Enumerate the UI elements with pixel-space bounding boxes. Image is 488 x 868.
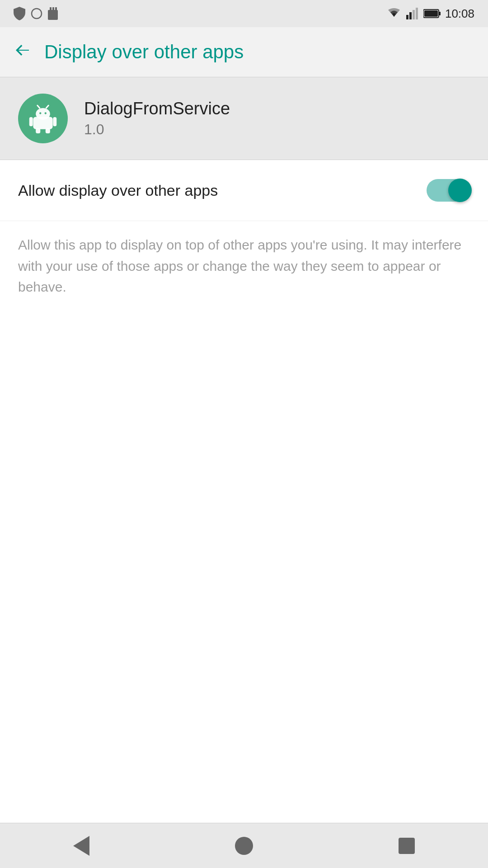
svg-rect-19 <box>53 117 56 126</box>
svg-line-16 <box>38 105 40 108</box>
shield-icon <box>14 7 25 20</box>
svg-rect-8 <box>416 8 418 19</box>
battery-icon <box>423 9 441 19</box>
svg-rect-11 <box>424 10 438 17</box>
app-info-card: DialogFromService 1.0 <box>0 77 488 160</box>
app-name: DialogFromService <box>84 99 230 118</box>
svg-line-17 <box>46 105 48 108</box>
back-button[interactable] <box>14 42 32 63</box>
svg-point-15 <box>45 112 47 114</box>
app-icon <box>18 94 68 143</box>
status-bar-left <box>14 7 58 20</box>
svg-rect-6 <box>409 12 412 19</box>
svg-rect-1 <box>48 10 58 20</box>
toggle-thumb <box>448 179 472 202</box>
wifi-icon <box>386 8 402 19</box>
sd-card-icon <box>48 7 58 20</box>
page-title: Display over other apps <box>44 41 244 63</box>
svg-rect-20 <box>36 128 40 134</box>
svg-rect-21 <box>46 128 50 134</box>
app-info-text: DialogFromService 1.0 <box>84 99 230 138</box>
svg-rect-4 <box>55 7 57 10</box>
toggle-row: Allow display over other apps <box>0 160 488 221</box>
svg-rect-5 <box>406 15 408 19</box>
svg-rect-18 <box>29 117 33 126</box>
nav-bar <box>0 823 488 868</box>
android-robot-icon <box>27 102 59 135</box>
signal-icon <box>406 8 419 19</box>
home-nav-icon <box>235 837 253 855</box>
svg-point-0 <box>32 9 42 19</box>
settings-content: Allow display over other apps Allow this… <box>0 160 488 823</box>
status-bar: 10:08 <box>0 0 488 27</box>
permission-description: Allow this app to display on top of othe… <box>0 221 488 316</box>
status-bar-right: 10:08 <box>386 7 474 21</box>
nav-home-button[interactable] <box>226 832 262 859</box>
back-nav-icon <box>73 836 89 856</box>
svg-rect-10 <box>439 12 441 15</box>
nav-back-button[interactable] <box>63 832 99 859</box>
svg-point-13 <box>36 108 50 120</box>
svg-rect-3 <box>52 7 54 11</box>
svg-rect-2 <box>50 7 52 12</box>
app-version: 1.0 <box>84 121 230 138</box>
toggle-label: Allow display over other apps <box>18 182 218 199</box>
recent-nav-icon <box>399 838 415 854</box>
svg-point-14 <box>39 112 41 114</box>
app-bar: Display over other apps <box>0 27 488 77</box>
status-time: 10:08 <box>445 7 474 21</box>
circle-icon <box>31 8 42 19</box>
svg-rect-7 <box>413 10 415 19</box>
allow-display-toggle[interactable] <box>427 179 470 202</box>
nav-recent-button[interactable] <box>389 832 425 859</box>
